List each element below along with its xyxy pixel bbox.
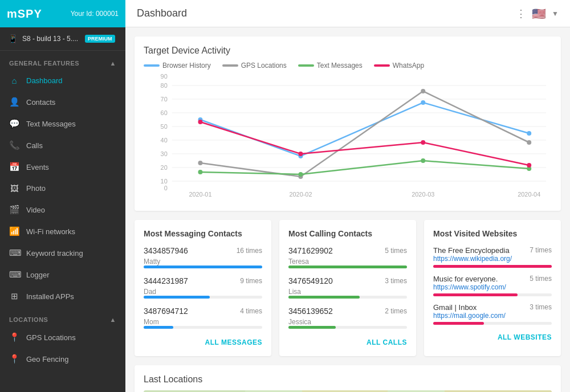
calling-contact-3: 3456139652 2 times Jessica (288, 307, 407, 329)
svg-text:2020-03: 2020-03 (412, 191, 434, 198)
video-icon: 🎬 (9, 205, 19, 215)
svg-text:50: 50 (161, 123, 168, 130)
device-row: 📱 S8 - build 13 - 5.... PREMIUM (0, 27, 125, 51)
svg-text:70: 70 (161, 96, 168, 103)
svg-text:2020-01: 2020-01 (189, 191, 211, 198)
gps-icon: 📍 (9, 332, 19, 342)
messaging-contact-2: 3444231987 9 times Dad (144, 276, 262, 299)
websites-card: Most Visited Websites The Free Encyclope… (424, 220, 561, 356)
photo-icon: 🖼 (9, 183, 19, 193)
legend-whatsapp: WhatsApp (374, 62, 424, 70)
events-icon: 📅 (9, 162, 19, 172)
svg-text:90: 90 (161, 74, 168, 80)
legend-texts: Text Messages (298, 62, 363, 70)
line-chart: 0 10 20 30 40 50 60 70 80 90 2020-01 202… (144, 74, 552, 199)
svg-text:40: 40 (161, 137, 168, 144)
topbar-right: ⋮ 🇺🇸 ▼ (516, 7, 559, 21)
sidebar-header: mSPY Your Id: 000001 (0, 0, 125, 27)
legend-gps: GPS Locations (222, 62, 287, 70)
sidebar-item-logger[interactable]: ⌨ Logger (0, 264, 125, 285)
messaging-title: Most Messaging Contacts (144, 229, 262, 238)
apps-icon: ⊞ (9, 291, 19, 301)
sidebar-item-gps[interactable]: 📍 GPS Locations (0, 326, 125, 348)
svg-point-34 (198, 120, 202, 124)
messaging-contact-3: 3487694712 4 times Mom (144, 307, 262, 329)
last-locations-card: Last Locations (135, 365, 561, 392)
legend-whatsapp-color (374, 64, 390, 67)
chart-legend: Browser History GPS Locations Text Messa… (144, 62, 552, 70)
all-websites-link[interactable]: ALL WEBSITES (498, 333, 552, 341)
svg-text:60: 60 (161, 109, 168, 116)
device-name: S8 - build 13 - 5.... (22, 35, 78, 43)
svg-point-28 (421, 89, 425, 93)
svg-point-36 (421, 140, 425, 145)
all-calls-link[interactable]: ALL CALLS (367, 338, 407, 346)
svg-point-35 (298, 152, 303, 156)
geo-icon: 📍 (9, 354, 19, 364)
svg-point-30 (198, 170, 202, 174)
general-features-section: GENERAL FEATURES ▲ (0, 54, 125, 70)
sidebar-item-photo[interactable]: 🖼 Photo (0, 178, 125, 199)
messaging-card: Most Messaging Contacts 3434857946 16 ti… (135, 220, 271, 356)
sidebar-item-calls[interactable]: 📞 Calls (0, 134, 125, 156)
activity-chart-card: Target Device Activity Browser History G… (135, 36, 561, 211)
premium-badge: PREMIUM (85, 35, 115, 43)
site-1: The Free Encyclopedia https://www.wikipe… (433, 246, 552, 268)
legend-texts-color (298, 64, 314, 67)
svg-point-31 (298, 172, 303, 177)
home-icon: ⌂ (9, 76, 19, 85)
sidebar-item-video[interactable]: 🎬 Video (0, 199, 125, 220)
legend-gps-color (222, 64, 238, 67)
svg-text:0: 0 (164, 185, 168, 191)
sidebar: mSPY Your Id: 000001 📱 S8 - build 13 - 5… (0, 0, 125, 392)
sidebar-item-installed-apps[interactable]: ⊞ Installed APPs (0, 285, 125, 307)
site-2: Music for everyone. https://www.spotify.… (433, 275, 552, 296)
main-content: Dashboard ⋮ 🇺🇸 ▼ Target Device Activity … (125, 0, 570, 392)
legend-browser-color (144, 64, 160, 67)
sidebar-item-wifi[interactable]: 📶 Wi-Fi networks (0, 220, 125, 242)
messaging-contact-1: 3434857946 16 times Matty (144, 246, 262, 268)
calls-icon: 📞 (9, 140, 19, 150)
svg-text:10: 10 (161, 178, 168, 185)
sidebar-item-contacts[interactable]: 👤 Contacts (0, 91, 125, 113)
page-title: Dashboard (137, 7, 187, 19)
logo: mSPY (7, 7, 42, 21)
legend-browser: Browser History (144, 62, 211, 70)
calling-contact-2: 3476549120 3 times Lisa (288, 276, 407, 299)
user-id: Your Id: 000001 (71, 10, 119, 18)
chevron-down-icon[interactable]: ▼ (552, 10, 559, 18)
device-icon: 📱 (8, 34, 18, 43)
svg-point-26 (198, 161, 202, 165)
svg-text:30: 30 (161, 150, 168, 157)
topbar: Dashboard ⋮ 🇺🇸 ▼ (125, 0, 570, 27)
websites-title: Most Visited Websites (433, 229, 552, 238)
calling-card: Most Calling Contacts 3471629902 5 times… (279, 220, 416, 356)
sidebar-item-text-messages[interactable]: 💬 Text Messages (0, 113, 125, 134)
last-locations-title: Last Locations (144, 374, 552, 385)
svg-text:2020-04: 2020-04 (518, 191, 540, 198)
messages-icon: 💬 (9, 119, 19, 129)
chart-title: Target Device Activity (144, 46, 552, 56)
contacts-icon: 👤 (9, 97, 19, 107)
language-flag[interactable]: 🇺🇸 (532, 7, 546, 21)
sidebar-item-events[interactable]: 📅 Events (0, 156, 125, 178)
sidebar-item-keyword[interactable]: ⌨ Keyword tracking (0, 242, 125, 264)
calling-contact-1: 3471629902 5 times Teresa (288, 246, 407, 268)
site-3: Gmail | Inbox https://mail.google.com/ 3… (433, 303, 552, 325)
svg-text:20: 20 (161, 164, 168, 171)
sidebar-item-geo[interactable]: 📍 Geo Fencing (0, 348, 125, 370)
more-icon[interactable]: ⋮ (516, 7, 526, 20)
keyboard-icon: ⌨ (9, 248, 19, 258)
all-messages-link[interactable]: ALL MESSAGES (205, 338, 262, 346)
svg-point-25 (527, 131, 531, 136)
svg-point-24 (421, 100, 425, 105)
svg-text:2020-02: 2020-02 (289, 191, 312, 198)
wifi-icon: 📶 (9, 226, 19, 236)
svg-point-29 (527, 140, 531, 145)
sidebar-item-dashboard[interactable]: ⌂ Dashboard (0, 70, 125, 91)
svg-point-37 (527, 163, 531, 168)
cards-row: Most Messaging Contacts 3434857946 16 ti… (135, 220, 561, 356)
content-area: Target Device Activity Browser History G… (125, 27, 570, 392)
svg-point-32 (421, 158, 425, 163)
locations-section: LOCATIONS ▲ (0, 311, 125, 326)
